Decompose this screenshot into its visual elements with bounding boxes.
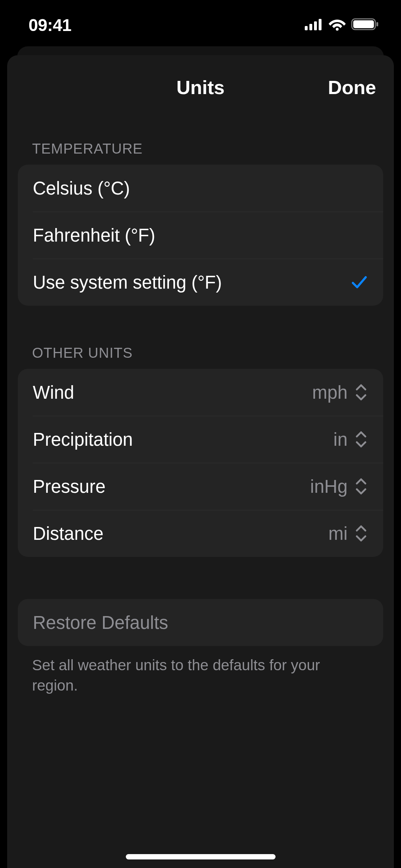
unit-row-distance[interactable]: Distance mi	[18, 510, 383, 557]
section-header-other-units: OTHER UNITS	[18, 345, 383, 369]
status-indicators	[305, 17, 380, 32]
row-label: Precipitation	[33, 429, 133, 450]
row-label: Distance	[33, 523, 103, 544]
unit-value: mi	[328, 523, 348, 544]
restore-group: Restore Defaults	[18, 599, 383, 646]
temperature-group: Celsius (°C) Fahrenheit (°F) Use system …	[18, 165, 383, 306]
status-bar: 09:41	[0, 0, 401, 50]
unit-row-pressure[interactable]: Pressure inHg	[18, 463, 383, 510]
checkmark-icon	[350, 273, 368, 291]
unit-value: mph	[312, 382, 348, 403]
row-label: Fahrenheit (°F)	[33, 225, 155, 246]
unit-row-wind[interactable]: Wind mph	[18, 369, 383, 416]
unit-value: inHg	[310, 476, 348, 497]
up-down-chevron-icon	[354, 476, 368, 496]
units-sheet: Units Done TEMPERATURE Celsius (°C) Fahr…	[7, 55, 394, 868]
svg-rect-1	[309, 24, 312, 30]
home-indicator	[126, 854, 276, 859]
up-down-chevron-icon	[354, 523, 368, 543]
temperature-option-celsius[interactable]: Celsius (°C)	[18, 165, 383, 212]
temperature-option-fahrenheit[interactable]: Fahrenheit (°F)	[18, 212, 383, 259]
unit-value: in	[333, 429, 348, 450]
svg-rect-2	[314, 21, 317, 30]
done-button[interactable]: Done	[328, 76, 376, 98]
row-label: Pressure	[33, 476, 106, 497]
cellular-icon	[305, 18, 323, 32]
up-down-chevron-icon	[354, 382, 368, 402]
row-label: Celsius (°C)	[33, 178, 130, 199]
svg-rect-7	[376, 22, 378, 26]
restore-footer-text: Set all weather units to the defaults fo…	[18, 646, 383, 696]
sheet-title: Units	[176, 76, 225, 98]
row-label: Restore Defaults	[33, 612, 168, 633]
svg-point-4	[336, 28, 339, 31]
other-units-group: Wind mph Precipitation in	[18, 369, 383, 557]
svg-rect-3	[319, 19, 322, 30]
row-label: Use system setting (°F)	[33, 272, 222, 293]
svg-rect-6	[353, 20, 374, 28]
row-label: Wind	[33, 382, 74, 403]
restore-defaults-button[interactable]: Restore Defaults	[18, 599, 383, 646]
svg-rect-0	[305, 26, 308, 30]
sheet-header: Units Done	[7, 69, 394, 105]
up-down-chevron-icon	[354, 429, 368, 449]
section-header-temperature: TEMPERATURE	[18, 141, 383, 165]
battery-icon	[351, 17, 380, 32]
wifi-icon	[328, 18, 346, 32]
status-time: 09:41	[29, 15, 71, 35]
unit-row-precipitation[interactable]: Precipitation in	[18, 416, 383, 463]
temperature-option-system[interactable]: Use system setting (°F)	[18, 259, 383, 306]
